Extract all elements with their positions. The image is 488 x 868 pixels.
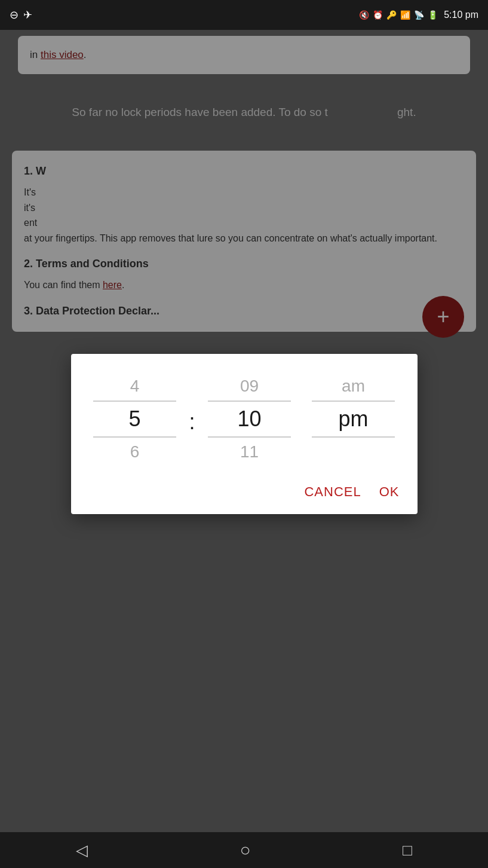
status-right: 🔇 ⏰ 🔑 📶 📡 🔋 5:10 pm bbox=[359, 10, 478, 20]
minute-column[interactable]: 09 10 11 bbox=[198, 372, 302, 466]
battery-icon: 🔋 bbox=[428, 10, 438, 20]
signal-icon: 📡 bbox=[414, 10, 424, 20]
circle-icon: ⊖ bbox=[10, 8, 19, 22]
hour-column[interactable]: 4 5 6 bbox=[83, 372, 187, 466]
wifi-icon: 📶 bbox=[400, 10, 410, 20]
cancel-button[interactable]: CANCEL bbox=[304, 484, 361, 500]
period-selected[interactable]: pm bbox=[302, 402, 406, 436]
time-separator: : bbox=[187, 409, 198, 435]
back-button[interactable]: ◁ bbox=[76, 841, 88, 860]
dialog-actions: CANCEL OK bbox=[71, 472, 418, 514]
recents-button[interactable]: □ bbox=[403, 841, 412, 860]
period-bottom-divider bbox=[312, 436, 395, 438]
key-icon: 🔑 bbox=[386, 10, 397, 20]
picker-section: 4 5 6 : 09 10 11 am pm — bbox=[71, 354, 418, 472]
minute-above: 09 bbox=[198, 372, 302, 401]
status-bar: ⊖ ✈ 🔇 ⏰ 🔑 📶 📡 🔋 5:10 pm bbox=[0, 0, 488, 30]
time-picker-dialog: 4 5 6 : 09 10 11 am pm — CANCEL OK bbox=[71, 354, 418, 514]
hour-above: 4 bbox=[83, 372, 187, 401]
mute-icon: 🔇 bbox=[359, 10, 369, 20]
time-display: 5:10 pm bbox=[444, 10, 478, 20]
alarm-icon: ⏰ bbox=[373, 10, 383, 20]
ok-button[interactable]: OK bbox=[379, 484, 400, 500]
hour-below: 6 bbox=[83, 438, 187, 466]
minute-selected[interactable]: 10 bbox=[198, 402, 302, 436]
period-column[interactable]: am pm — bbox=[302, 372, 406, 466]
period-above: am bbox=[302, 372, 406, 401]
nav-bar: ◁ ○ □ bbox=[0, 832, 488, 868]
hour-selected[interactable]: 5 bbox=[83, 402, 187, 436]
minute-below: 11 bbox=[198, 438, 302, 466]
home-button[interactable]: ○ bbox=[240, 840, 251, 860]
send-icon: ✈ bbox=[23, 8, 32, 22]
status-left: ⊖ ✈ bbox=[10, 8, 32, 22]
